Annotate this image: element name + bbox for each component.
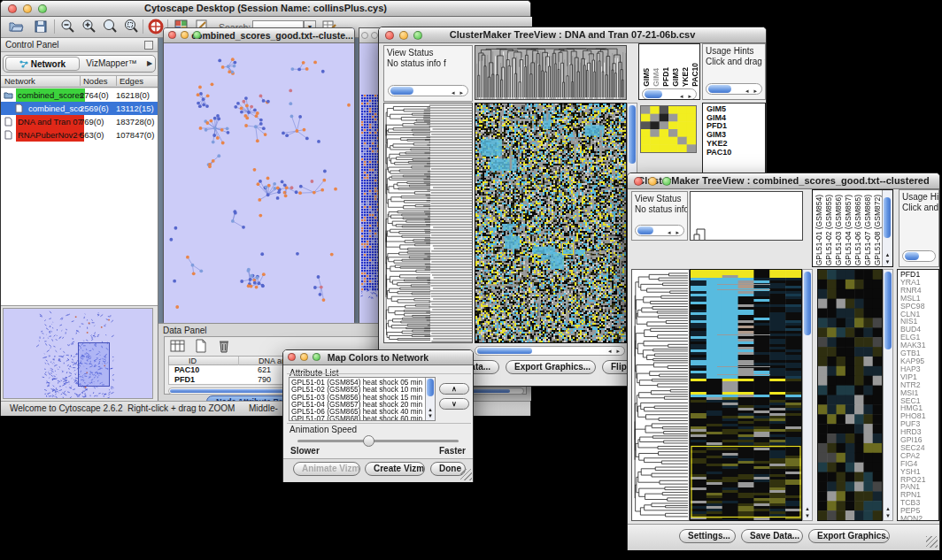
tv2-settings-button[interactable]: Settings... xyxy=(679,529,736,543)
tv2-column-dendrogram[interactable] xyxy=(690,191,803,241)
zoom-button[interactable] xyxy=(38,4,47,13)
move-up-button[interactable]: ∧ xyxy=(439,383,469,395)
tv2-column-label[interactable]: GPL51-07 (GSM868) xyxy=(863,195,873,265)
resize-grip[interactable] xyxy=(926,536,938,548)
scrollbar-thumb[interactable] xyxy=(905,252,919,260)
network-row[interactable]: RNAPuberNov2+563(0)107847(0) xyxy=(1,128,158,142)
scrollbar-arrows[interactable]: ◂ ▸ xyxy=(608,348,622,355)
zoom-button[interactable] xyxy=(313,353,320,361)
close-button[interactable] xyxy=(288,353,296,361)
tv2-save-data-button[interactable]: Save Data... xyxy=(741,529,803,543)
tv1-column-label[interactable]: GIM4 xyxy=(652,68,661,87)
scroll-up-arrow[interactable]: ▲ xyxy=(803,506,812,512)
tv1-column-label[interactable]: PAC10 xyxy=(691,63,700,87)
scrollbar-thumb[interactable] xyxy=(645,90,662,98)
dialog-titlebar[interactable]: Map Colors to Network xyxy=(283,350,473,365)
tv2-zoom-vscrollbar[interactable]: ▲ ▼ xyxy=(883,269,893,521)
treeview2-titlebar[interactable]: ClusterMaker TreeView : combined_scores_… xyxy=(628,173,939,189)
treeview1-titlebar[interactable]: ClusterMaker TreeView : DNA and Tran 07-… xyxy=(379,27,766,43)
zoom-fit-icon[interactable] xyxy=(102,19,118,35)
attribute-list[interactable]: GPL51-01 (GSM854) heat shock 05 minGPL51… xyxy=(289,377,436,421)
minimize-button[interactable] xyxy=(23,4,32,13)
tv1-usage-scrollbar[interactable]: ◂ ▸ xyxy=(706,83,762,95)
tv1-column-label[interactable]: PFD1 xyxy=(661,67,671,87)
scrollbar-thumb[interactable] xyxy=(884,197,891,238)
tv1-column-dendrogram[interactable] xyxy=(475,45,627,100)
tv1-column-label[interactable]: GIM5 xyxy=(642,68,652,87)
delete-attribute-icon[interactable] xyxy=(216,339,232,355)
tv2-column-label[interactable]: GPL51-02 (GSM855) xyxy=(824,195,834,265)
scrollbar-arrows[interactable]: ◂ ▸ xyxy=(668,227,681,236)
tv1-column-label[interactable]: GIM3 xyxy=(671,68,681,87)
tv2-row-dendrogram[interactable] xyxy=(631,269,690,521)
network-canvas[interactable] xyxy=(164,43,354,323)
tv2-usage-scrollbar[interactable] xyxy=(902,250,936,262)
zoom-out-icon[interactable] xyxy=(59,19,75,35)
create-vizmap-button[interactable]: Create Vizmap xyxy=(365,462,425,476)
scroll-up-arrow[interactable]: ▲ xyxy=(884,506,892,512)
network-name[interactable]: combined_scores xyxy=(16,88,85,102)
scroll-up-arrow[interactable]: ▲ xyxy=(426,407,435,413)
network-row[interactable]: combined_scores2764(0)16218(0) xyxy=(1,88,158,102)
scroll-down-arrow[interactable]: ▼ xyxy=(884,513,892,519)
zoom-button[interactable] xyxy=(413,31,422,40)
scroll-down-arrow[interactable]: ▼ xyxy=(883,259,892,265)
network-name[interactable]: RNAPuberNov2+ xyxy=(16,128,84,142)
tv1-heatmap[interactable] xyxy=(475,103,627,343)
col-header-nodes[interactable]: Nodes xyxy=(80,76,107,86)
tv1-row-label[interactable]: PAC10 xyxy=(706,149,765,157)
tv1-column-label[interactable]: YKE2 xyxy=(681,67,691,87)
tv2-collabel-scrollbar[interactable]: ▲ ▼ xyxy=(882,190,892,266)
resize-grip[interactable] xyxy=(460,469,472,480)
network-row[interactable]: combined_sco2569(6)13112(15) xyxy=(1,102,158,115)
tv1-export-graphics-button[interactable]: Export Graphics... xyxy=(506,360,596,374)
scroll-down-arrow[interactable]: ▼ xyxy=(803,513,812,519)
new-attribute-icon[interactable] xyxy=(193,339,209,355)
minimize-button[interactable] xyxy=(399,31,408,40)
birdseye-canvas[interactable] xyxy=(4,309,152,398)
birdseye-view[interactable] xyxy=(3,308,153,399)
scrollbar-thumb[interactable] xyxy=(637,226,653,234)
tv1-collabel-scrollbar[interactable]: ◂ ▸ xyxy=(642,88,697,100)
zoom-button[interactable] xyxy=(662,177,671,186)
minimize-button[interactable] xyxy=(371,32,378,39)
scrollbar-thumb[interactable] xyxy=(804,272,811,335)
animate-vizmap-button[interactable]: Animate Vizmap xyxy=(293,462,360,476)
main-titlebar[interactable]: Cytoscape Desktop (Session Name: collins… xyxy=(1,1,530,17)
move-down-button[interactable]: ∨ xyxy=(439,398,469,410)
gene-label[interactable]: MON2 xyxy=(900,515,938,521)
help-icon[interactable] xyxy=(148,19,164,35)
attribute-list-scrollbar[interactable]: ▲ ▼ xyxy=(425,378,435,420)
save-icon[interactable] xyxy=(33,19,49,35)
tv2-column-label[interactable]: GPL51-06 (GSM865) xyxy=(853,195,863,265)
network-name[interactable]: combined_sco xyxy=(27,102,84,115)
tv2-heatmap[interactable] xyxy=(690,269,802,521)
tv1-hscrollbar[interactable]: ◂ ▸ xyxy=(475,346,625,356)
col-header-network[interactable]: Network xyxy=(4,76,35,86)
network-view-titlebar[interactable]: combined_scores_good.txt--cluste... xyxy=(164,28,354,43)
scrollbar-thumb[interactable] xyxy=(390,87,413,95)
animation-slider-thumb[interactable] xyxy=(363,435,374,447)
close-button[interactable] xyxy=(385,31,394,40)
float-panel-icon[interactable] xyxy=(144,41,153,50)
attribute-table-icon[interactable] xyxy=(170,339,186,355)
tv2-status-scrollbar[interactable]: ◂ ▸ xyxy=(635,225,684,236)
close-button[interactable] xyxy=(168,31,176,39)
close-button[interactable] xyxy=(361,32,368,39)
zoom-selected-icon[interactable] xyxy=(123,19,139,35)
network-row[interactable]: DNA and Tran 07769(0)183728(0) xyxy=(1,115,158,128)
scrollbar-arrows[interactable]: ◂ ▸ xyxy=(452,88,465,96)
minimize-button[interactable] xyxy=(181,31,189,39)
scrollbar-arrows[interactable]: ◂ ▸ xyxy=(745,86,759,95)
data-col-id[interactable]: ID xyxy=(189,357,197,365)
tv2-vscrollbar[interactable]: ▲ ▼ xyxy=(802,269,813,521)
tv1-status-scrollbar[interactable]: ◂ ▸ xyxy=(388,85,468,96)
scrollbar-thumb[interactable] xyxy=(708,85,731,93)
tv2-column-label[interactable]: GPL51-01 (GSM854) xyxy=(815,195,824,265)
zoom-button[interactable] xyxy=(193,31,201,39)
col-header-edges[interactable]: Edges xyxy=(116,76,143,86)
minimize-button[interactable] xyxy=(648,177,657,186)
scroll-up-arrow[interactable]: ▲ xyxy=(883,252,892,258)
network-name[interactable]: DNA and Tran 07 xyxy=(16,115,84,128)
scrollbar-thumb[interactable] xyxy=(629,105,636,164)
